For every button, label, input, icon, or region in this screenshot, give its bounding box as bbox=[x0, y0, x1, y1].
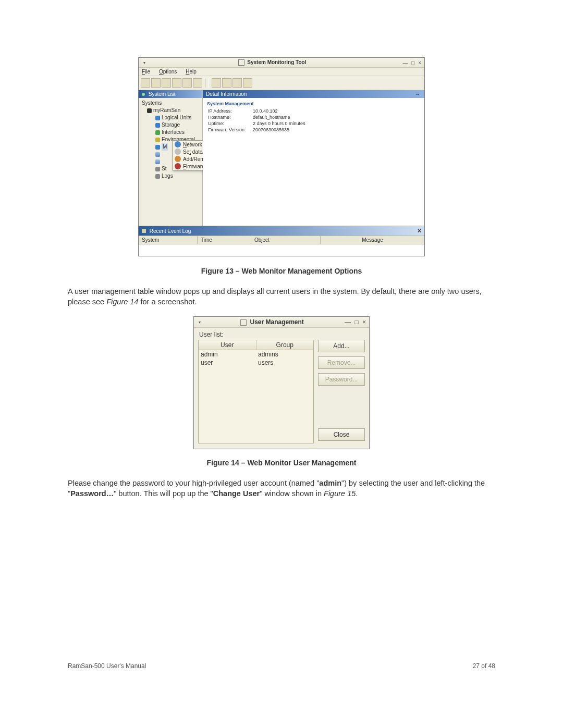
tree-item-logical-units[interactable]: Logical Units bbox=[142, 114, 201, 121]
toolbar-btn-2[interactable] bbox=[151, 78, 161, 88]
recent-event-log-bar: Recent Event Log × bbox=[139, 226, 424, 236]
app-icon bbox=[240, 319, 247, 326]
tree-root[interactable]: Systems bbox=[142, 100, 201, 107]
col-group[interactable]: Group bbox=[256, 340, 314, 350]
figure-13-caption: Figure 13 – Web Monitor Management Optio… bbox=[68, 267, 495, 275]
globe-icon bbox=[175, 141, 181, 147]
tree-item-interfaces[interactable]: Interfaces bbox=[142, 129, 201, 136]
toolbar-btn-3[interactable] bbox=[162, 78, 171, 88]
window-menu-icon[interactable]: ▾ bbox=[141, 60, 148, 65]
col-time[interactable]: Time bbox=[198, 236, 251, 244]
paragraph-2: Please change the password to your high-… bbox=[68, 478, 495, 499]
toolbar-btn-10[interactable] bbox=[243, 78, 252, 88]
close-icon[interactable]: × bbox=[418, 227, 421, 235]
user-list-headers: User Group bbox=[198, 340, 314, 350]
detail-title: Detail Information → bbox=[203, 90, 424, 98]
detail-body: System Management IP Address:10.0.40.102… bbox=[203, 98, 424, 137]
toolbar bbox=[139, 76, 424, 90]
user-list[interactable]: User Group adminadmins userusers bbox=[198, 340, 314, 443]
window-title-text: System Monitoring Tool bbox=[247, 59, 306, 65]
toolbar-btn-9[interactable] bbox=[232, 78, 242, 88]
detail-table: IP Address:10.0.40.102 Hostname:default_… bbox=[207, 107, 310, 133]
firmware-icon bbox=[175, 163, 181, 169]
user-row-admin[interactable]: adminadmins bbox=[199, 350, 313, 359]
remove-button[interactable]: Remove... bbox=[318, 356, 365, 369]
add-button[interactable]: Add... bbox=[318, 340, 365, 352]
toolbar-btn-8[interactable] bbox=[222, 78, 231, 88]
tree-item-logs[interactable]: Logs bbox=[142, 172, 201, 180]
user-management-window: ▾ User Management — □ × User list: User … bbox=[193, 316, 370, 449]
tree-node-myramsan[interactable]: myRamSan bbox=[142, 107, 201, 114]
app-icon bbox=[238, 59, 244, 66]
menubar: File Options Help bbox=[139, 68, 424, 76]
event-log-headers: System Time Object Message bbox=[139, 236, 424, 244]
node-icon bbox=[147, 108, 152, 113]
toolbar-btn-7[interactable] bbox=[212, 78, 221, 88]
user-list-label: User list: bbox=[198, 330, 365, 340]
main-area: System List Systems myRamSan Logical Uni… bbox=[139, 90, 424, 226]
users-icon bbox=[175, 156, 181, 162]
toolbar-btn-5[interactable] bbox=[182, 78, 192, 88]
expand-icon[interactable]: → bbox=[415, 91, 420, 97]
col-object[interactable]: Object bbox=[251, 236, 321, 244]
toolbar-btn-4[interactable] bbox=[172, 78, 181, 88]
user-row-user[interactable]: userusers bbox=[199, 359, 313, 367]
system-list-title: System List bbox=[139, 90, 202, 98]
menu-options[interactable]: Options bbox=[159, 69, 177, 75]
window-controls[interactable]: — □ × bbox=[396, 60, 422, 66]
detail-heading: System Management bbox=[207, 101, 420, 106]
close-button[interactable]: Close bbox=[318, 428, 365, 441]
footer-right: 27 of 48 bbox=[473, 662, 495, 670]
fig14-titlebar: ▾ User Management — □ × bbox=[194, 317, 369, 328]
col-message[interactable]: Message bbox=[321, 236, 424, 244]
window-title: User Management bbox=[203, 318, 341, 326]
figure-14-caption: Figure 14 – Web Monitor User Management bbox=[68, 459, 495, 467]
col-user[interactable]: User bbox=[199, 340, 256, 350]
page-footer: RamSan-500 User's Manual 27 of 48 bbox=[68, 662, 495, 670]
log-icon bbox=[142, 229, 146, 233]
toolbar-btn-1[interactable] bbox=[141, 78, 150, 88]
system-list-pane: System List Systems myRamSan Logical Uni… bbox=[139, 90, 203, 226]
paragraph-1: A user management table window pops up a… bbox=[68, 287, 495, 307]
footer-left: RamSan-500 User's Manual bbox=[68, 662, 146, 670]
status-dot-icon bbox=[142, 93, 145, 96]
system-monitoring-tool-window: ▾ System Monitoring Tool — □ × File Opti… bbox=[138, 57, 425, 256]
user-list-rows[interactable]: adminadmins userusers bbox=[198, 350, 314, 443]
menu-help[interactable]: Help bbox=[186, 69, 197, 75]
detail-pane: Detail Information → System Management I… bbox=[203, 90, 424, 226]
window-controls[interactable]: — □ × bbox=[341, 318, 367, 326]
tree-item-storage[interactable]: Storage bbox=[142, 121, 201, 129]
window-title: System Monitoring Tool bbox=[148, 59, 396, 66]
fig13-titlebar: ▾ System Monitoring Tool — □ × bbox=[139, 58, 424, 68]
event-log-body bbox=[139, 244, 424, 256]
clock-icon bbox=[175, 149, 181, 155]
window-menu-icon[interactable]: ▾ bbox=[196, 320, 203, 325]
col-system[interactable]: System bbox=[139, 236, 198, 244]
password-button[interactable]: Password... bbox=[318, 373, 365, 386]
toolbar-btn-6[interactable] bbox=[193, 78, 202, 88]
menu-file[interactable]: File bbox=[142, 69, 150, 75]
